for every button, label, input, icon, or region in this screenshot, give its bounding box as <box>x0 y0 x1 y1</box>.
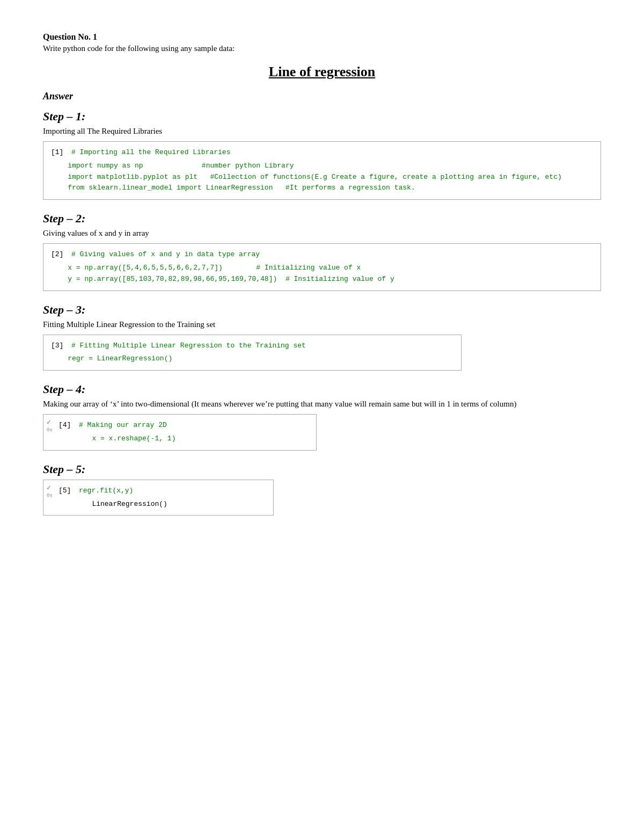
step-2-heading: Step – 2: <box>43 212 601 226</box>
os-label-step5: 0s <box>47 492 53 499</box>
step-1-description: Importing all The Required Libraries <box>43 127 601 136</box>
check-icon-step4: ✓ <box>47 419 51 426</box>
step-5-comment: regr.fit(x,y) <box>79 485 133 497</box>
step-4-heading: Step – 4: <box>43 382 601 396</box>
step-1-heading: Step – 1: <box>43 110 601 124</box>
step-4-description: Making our array of ‘x’ into two-dimensi… <box>43 400 601 409</box>
step-3-code-block: [3] # Fitting Multiple Linear Regression… <box>43 335 462 371</box>
step-2-cell-num: [2] <box>51 249 67 260</box>
step-5-code-block: ✓ 0s [5] regr.fit(x,y) LinearRegression(… <box>43 480 274 516</box>
step-3-cell-num: [3] <box>51 340 67 352</box>
step-2-code-block: [2] # Giving values of x and y in data t… <box>43 243 601 291</box>
step-2-comment: # Giving values of x and y in data type … <box>71 249 260 260</box>
answer-label: Answer <box>43 91 601 102</box>
step-4-code-block: ✓ 0s [4] # Making our array 2D x = x.res… <box>43 414 317 451</box>
question-text: Write python code for the following usin… <box>43 44 601 53</box>
step-5-cell-num: [5] <box>58 485 75 497</box>
step-3-description: Fitting Multiple Linear Regression to th… <box>43 320 601 329</box>
page-title: Line of regression <box>43 64 601 80</box>
step-3-heading: Step – 3: <box>43 303 601 317</box>
step-4-comment: # Making our array 2D <box>79 420 167 431</box>
step-5-code-lines: LinearRegression() <box>58 499 266 510</box>
question-label: Question No. 1 <box>43 32 601 42</box>
step-3-comment: # Fitting Multiple Linear Regression to … <box>71 340 306 352</box>
step-3-code-lines: regr = LinearRegression() <box>51 353 453 365</box>
step-4-cell-num: [4] <box>58 420 75 431</box>
step-1-code-block: [1] # Importing all the Required Librari… <box>43 141 601 200</box>
step-5-heading: Step – 5: <box>43 462 601 476</box>
os-label-step4: 0s <box>47 426 53 434</box>
step-2-description: Giving values of x and y in array <box>43 229 601 238</box>
step-2-code-lines: x = np.array([5,4,6,5,5,5,6,6,2,7,7]) # … <box>51 263 593 285</box>
step-1-code-lines: import numpy as np #number python Librar… <box>51 161 593 194</box>
step-1-comment: # Importing all the Required Libraries <box>71 147 230 158</box>
step-4-code-lines: x = x.reshape(-1, 1) <box>58 433 309 445</box>
check-icon-step5: ✓ <box>47 484 51 491</box>
step-1-cell-num: [1] <box>51 147 67 158</box>
